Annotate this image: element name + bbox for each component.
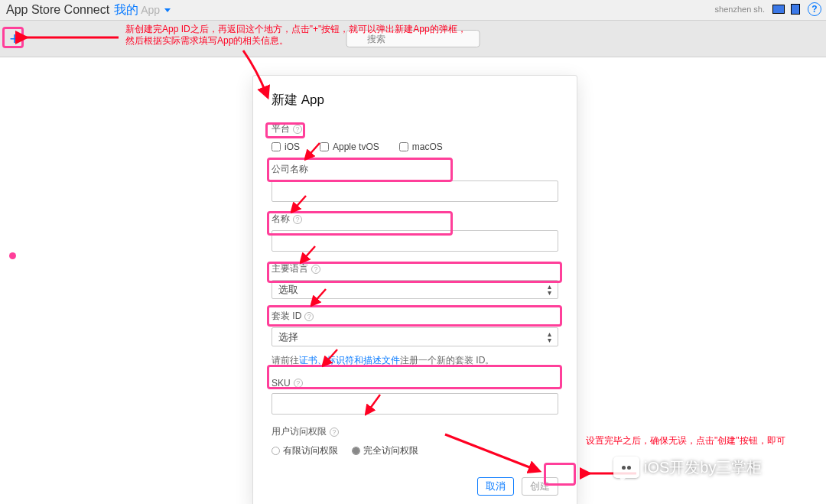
sku-label: SKU? xyxy=(272,378,558,389)
top-icons xyxy=(772,4,800,15)
create-button[interactable]: 创建 xyxy=(522,477,558,496)
name-label: 名称? xyxy=(272,213,558,226)
checkbox-macos[interactable]: macOS xyxy=(399,141,443,152)
access-label: 用户访问权限? xyxy=(272,425,558,438)
help-icon[interactable]: ? xyxy=(311,265,320,274)
bundle-label: 套装 ID? xyxy=(272,310,558,323)
modal-title: 新建 App xyxy=(272,91,558,109)
lang-label: 主要语言? xyxy=(272,262,558,275)
certificates-link[interactable]: 证书、标识符和描述文件 xyxy=(299,355,400,366)
cancel-button[interactable]: 取消 xyxy=(477,477,514,496)
help-icon[interactable]: ? xyxy=(304,312,314,321)
app-label[interactable]: App xyxy=(141,4,160,16)
name-input[interactable] xyxy=(272,230,558,252)
help-icon[interactable]: ? xyxy=(293,125,302,134)
add-app-button[interactable]: + xyxy=(3,28,26,50)
checkbox-tvos[interactable]: Apple tvOS xyxy=(320,141,379,152)
platform-checks: iOS Apple tvOS macOS xyxy=(272,141,558,152)
annotation-text-bottom: 设置完毕之后，确保无误，点击"创建"按钮，即可 xyxy=(586,434,785,447)
my-label[interactable]: 我的 xyxy=(114,2,138,18)
annotation-text-top: 新创建完App ID之后，再返回这个地方，点击"+"按钮，就可以弹出新建App的… xyxy=(125,24,467,47)
new-app-modal: 新建 App 平台? iOS Apple tvOS macOS 公司名称 名称?… xyxy=(252,75,577,504)
watermark-text: iOS开发by三掌柜 xyxy=(644,457,762,478)
help-icon[interactable]: ? xyxy=(808,2,821,16)
annotation-dot xyxy=(9,252,16,259)
checkbox-ios[interactable]: iOS xyxy=(272,141,300,152)
radio-full-access[interactable]: 完全访问权限 xyxy=(352,444,418,457)
user-name[interactable]: shenzhen sh. xyxy=(715,5,765,14)
company-label: 公司名称 xyxy=(272,163,558,176)
chevron-updown-icon: ▴▾ xyxy=(548,331,551,343)
app-title: App Store Connect xyxy=(6,3,109,17)
app-header: App Store Connect 我的 App shenzhen sh. ? xyxy=(0,0,826,21)
chevron-updown-icon: ▴▾ xyxy=(548,284,551,296)
radio-limited-access[interactable]: 有限访问权限 xyxy=(272,444,338,457)
platform-label: 平台? xyxy=(272,122,558,135)
sku-input[interactable] xyxy=(272,393,558,415)
watermark: iOS开发by三掌柜 xyxy=(613,457,762,478)
company-input[interactable] xyxy=(272,180,558,202)
app-dropdown-caret[interactable] xyxy=(164,8,171,12)
wechat-icon xyxy=(613,457,639,478)
help-icon[interactable]: ? xyxy=(293,215,302,224)
settings-icon[interactable] xyxy=(791,4,800,15)
lang-select[interactable]: 选取 ▴▾ xyxy=(272,280,558,299)
bundle-select[interactable]: 选择 ▴▾ xyxy=(272,327,558,346)
access-radios: 有限访问权限 完全访问权限 xyxy=(272,444,558,457)
account-icon[interactable] xyxy=(772,5,785,14)
help-icon[interactable]: ? xyxy=(294,379,303,388)
help-icon[interactable]: ? xyxy=(330,428,339,437)
bundle-hint: 请前往证书、标识符和描述文件注册一个新的套装 ID。 xyxy=(272,354,558,367)
